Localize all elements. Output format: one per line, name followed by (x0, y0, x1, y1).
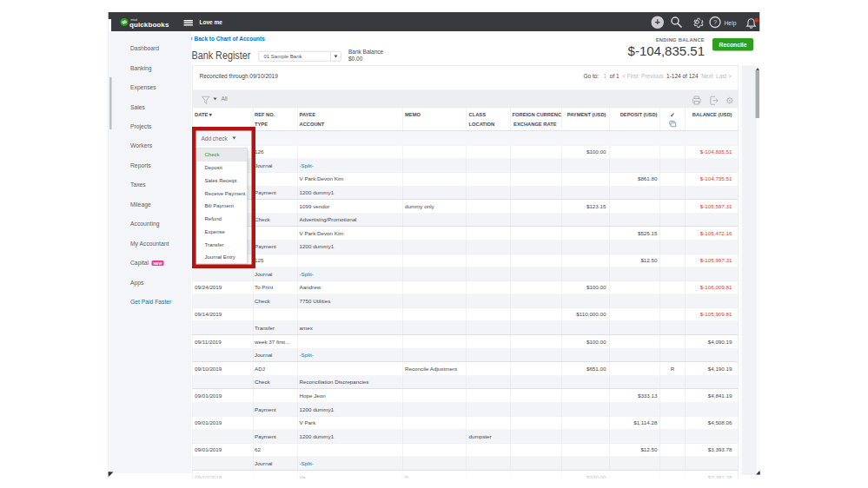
svg-text:?: ? (713, 18, 717, 26)
